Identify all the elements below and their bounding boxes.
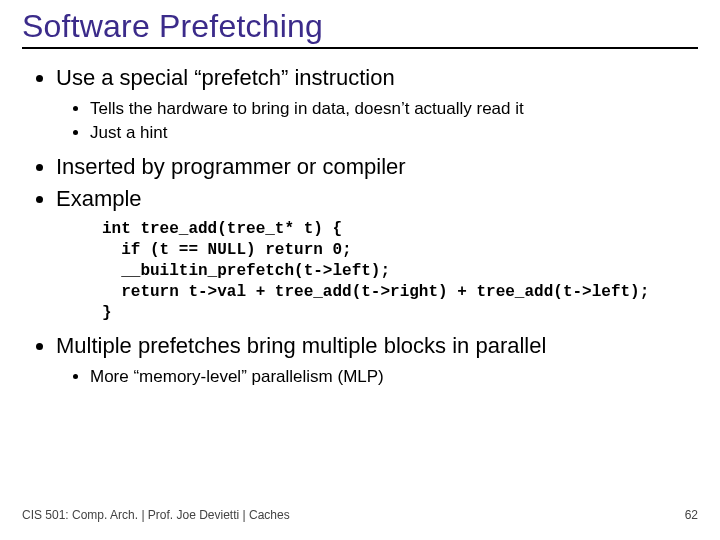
sub-bullet-item: More “memory-level” parallelism (MLP) — [90, 365, 698, 390]
footer-left: CIS 501: Comp. Arch. | Prof. Joe Deviett… — [22, 508, 290, 522]
code-line: return t->val + tree_add(t->right) + tre… — [102, 283, 649, 301]
code-block: int tree_add(tree_t* t) { if (t == NULL)… — [102, 219, 698, 323]
code-line: } — [102, 304, 112, 322]
code-line: if (t == NULL) return 0; — [102, 241, 352, 259]
code-line: __builtin_prefetch(t->left); — [102, 262, 390, 280]
bullet-text: Example — [56, 186, 142, 211]
bullet-text: Use a special “prefetch” instruction — [56, 65, 395, 90]
footer-page-number: 62 — [685, 508, 698, 522]
bullet-text: Multiple prefetches bring multiple block… — [56, 333, 546, 358]
bullet-list: Use a special “prefetch” instruction Tel… — [28, 63, 698, 390]
bullet-item: Use a special “prefetch” instruction Tel… — [56, 63, 698, 146]
footer: CIS 501: Comp. Arch. | Prof. Joe Deviett… — [22, 508, 698, 522]
code-line: int tree_add(tree_t* t) { — [102, 220, 342, 238]
sub-bullet-list: Tells the hardware to bring in data, doe… — [56, 97, 698, 146]
sub-bullet-item: Just a hint — [90, 121, 698, 146]
sub-bullet-item: Tells the hardware to bring in data, doe… — [90, 97, 698, 122]
slide: Software Prefetching Use a special “pref… — [0, 0, 720, 540]
bullet-item: Multiple prefetches bring multiple block… — [56, 331, 698, 389]
bullet-item: Example int tree_add(tree_t* t) { if (t … — [56, 184, 698, 324]
bullet-item: Inserted by programmer or compiler — [56, 152, 698, 182]
slide-title: Software Prefetching — [22, 8, 698, 49]
sub-bullet-list: More “memory-level” parallelism (MLP) — [56, 365, 698, 390]
